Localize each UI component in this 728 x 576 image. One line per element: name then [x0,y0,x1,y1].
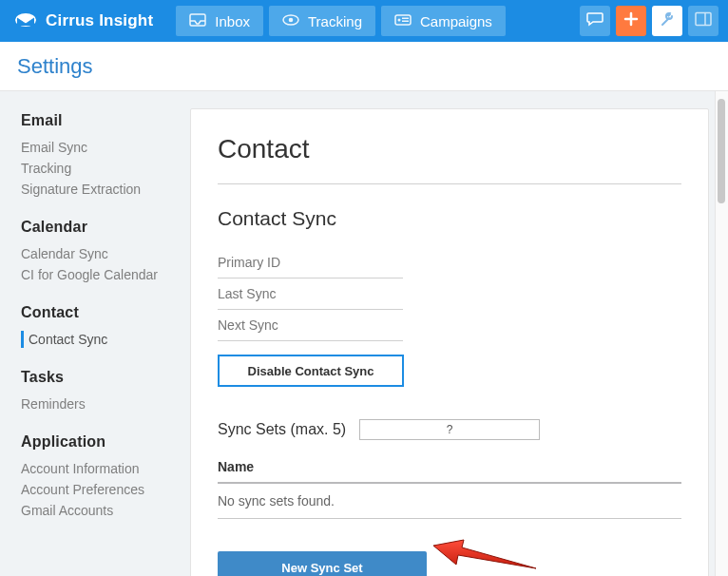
sidebar-item-account-information[interactable]: Account Information [21,458,182,479]
sidebar-group-contact: Contact Contact Sync [21,304,182,350]
svg-rect-4 [395,15,411,25]
row-primary-id: Primary ID [218,247,403,278]
section-contact-sync: Contact Sync [218,207,681,230]
sidebar-item-ci-google-calendar[interactable]: CI for Google Calendar [21,264,182,285]
wrench-icon [659,10,676,31]
content-area: Contact Contact Sync Primary ID Last Syn… [190,91,728,576]
sidebar-group-tasks: Tasks Reminders [21,369,182,414]
sidebar-head-tasks[interactable]: Tasks [21,369,182,386]
row-next-sync: Next Sync [218,310,403,341]
sidebar-item-gmail-accounts[interactable]: Gmail Accounts [21,500,182,521]
inbox-icon [189,13,206,29]
sidebar-group-application: Application Account Information Account … [21,433,182,521]
sidebar-head-application[interactable]: Application [21,433,182,451]
campaigns-icon [394,13,412,29]
topbar-actions [580,6,728,36]
sidebar-item-contact-sync[interactable]: Contact Sync [21,329,182,350]
scrollbar-thumb[interactable] [718,99,725,203]
settings-sidebar: Email Email Sync Tracking Signature Extr… [0,91,190,576]
plus-icon [623,10,640,31]
brand: Cirrus Insight [0,10,166,32]
nav-inbox-label: Inbox [215,13,250,29]
settings-button[interactable] [652,6,682,36]
nav-campaigns-label: Campaigns [420,13,492,29]
sidebar-item-signature-extraction[interactable]: Signature Extraction [21,179,182,200]
brand-logo-icon [13,10,38,32]
panel-icon [695,11,712,30]
svg-point-5 [397,18,400,21]
page-title: Settings [17,54,93,79]
sync-sets-help-button[interactable]: ? [359,419,540,440]
sidebar-item-calendar-sync[interactable]: Calendar Sync [21,243,182,264]
disable-contact-sync-button[interactable]: Disable Contact Sync [218,355,404,387]
nav-tracking[interactable]: Tracking [269,6,375,36]
add-button[interactable] [616,6,646,36]
sidebar-item-account-preferences[interactable]: Account Preferences [21,479,182,500]
svg-rect-7 [402,20,409,22]
sidebar-group-calendar: Calendar Calendar Sync CI for Google Cal… [21,219,182,285]
chat-icon [586,11,603,30]
top-nav: Cirrus Insight Inbox Tracking Campaigns [0,0,728,42]
settings-card: Contact Contact Sync Primary ID Last Syn… [190,108,709,576]
nav-inbox[interactable]: Inbox [176,6,263,36]
sidebar-head-contact[interactable]: Contact [21,304,182,321]
brand-name: Cirrus Insight [46,11,153,30]
sync-sets-empty-row: No sync sets found. [218,484,681,519]
svg-rect-8 [696,13,711,26]
sidebar-item-reminders[interactable]: Reminders [21,394,182,414]
chat-button[interactable] [580,6,610,36]
sidebar-head-calendar[interactable]: Calendar [21,219,182,236]
sync-sets-header: Sync Sets (max. 5) ? [218,419,681,440]
scrollbar-track[interactable] [715,91,728,576]
nav-tracking-label: Tracking [308,13,362,29]
new-sync-set-button[interactable]: New Sync Set [218,551,427,576]
nav-items: Inbox Tracking Campaigns [176,6,506,36]
divider [218,183,681,184]
sidebar-item-tracking[interactable]: Tracking [21,158,182,179]
page-layout: Email Email Sync Tracking Signature Extr… [0,91,728,576]
card-title: Contact [218,134,681,164]
sync-sets-label: Sync Sets (max. 5) [218,421,346,438]
sidebar-item-email-sync[interactable]: Email Sync [21,137,182,158]
sidebar-group-email: Email Email Sync Tracking Signature Extr… [21,112,182,200]
page-header: Settings [0,42,728,91]
svg-rect-6 [402,17,409,19]
row-last-sync: Last Sync [218,278,403,310]
svg-point-3 [289,17,294,22]
tracking-icon [282,13,299,29]
sync-sets-table-head: Name [218,451,681,484]
sidebar-head-email[interactable]: Email [21,112,182,129]
panel-toggle-button[interactable] [688,6,718,36]
nav-campaigns[interactable]: Campaigns [381,6,506,36]
